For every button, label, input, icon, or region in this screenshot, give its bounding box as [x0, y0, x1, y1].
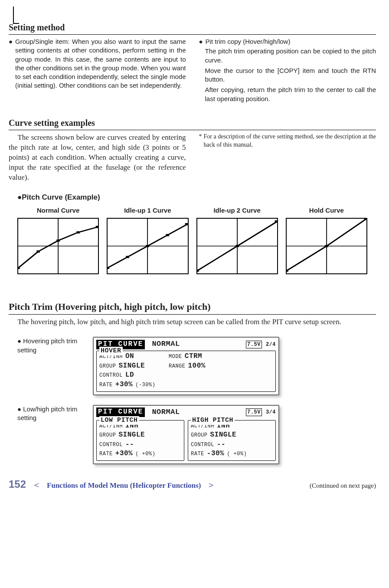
group-value: SINGLE	[119, 361, 145, 371]
curve-examples-heading: Curve setting examples	[9, 117, 376, 130]
pitch-trim-desc: The hovering pitch, low pitch, and high …	[9, 317, 376, 327]
svg-rect-13	[185, 223, 188, 225]
svg-rect-12	[166, 234, 169, 236]
pit-trim-copy-p2: Move the cursor to the [COPY] item and t…	[205, 66, 376, 84]
group-label: GROUP	[99, 363, 116, 370]
rate-value: +30%	[115, 380, 133, 390]
svg-rect-23	[364, 219, 366, 220]
rate-paren: (-30%)	[135, 381, 155, 388]
curve-label-normal: Normal Curve	[17, 206, 99, 215]
svg-rect-18	[275, 220, 277, 222]
bullet-icon: ●	[17, 337, 21, 345]
chart-idleup1-curve	[107, 218, 188, 274]
continued-note: (Continued on next page)	[310, 481, 376, 490]
lcd-condition: NORMAL	[152, 407, 180, 417]
control-label: CONTROL	[99, 372, 123, 379]
rate-value: +30%	[115, 449, 133, 459]
rate-label: RATE	[191, 450, 204, 457]
lcd-screenshot-hover: PIT CURVE NORMAL 7.5V 2/4 HOVER ACT/INHO…	[93, 337, 279, 395]
range-label: RANGE	[169, 363, 186, 370]
svg-rect-5	[77, 231, 80, 233]
asterisk-icon: *	[199, 133, 202, 183]
pitch-curve-example-title: ●Pitch Curve (Example)	[17, 193, 376, 203]
bullet-icon: ●	[9, 37, 13, 90]
angle-left-icon: ＜	[32, 479, 41, 491]
svg-rect-11	[146, 245, 149, 247]
svg-rect-16	[197, 269, 199, 272]
curve-examples-intro: The screens shown below are curves creat…	[9, 133, 186, 183]
control-value: --	[125, 440, 134, 450]
svg-rect-10	[126, 256, 129, 258]
svg-rect-9	[108, 267, 109, 269]
page-corner-tab	[13, 7, 19, 24]
control-value: LD	[125, 371, 134, 380]
hovering-pitch-label: Hovering pitch trim setting	[17, 337, 77, 353]
lcd-legend-hover: HOVER	[99, 347, 123, 355]
rate-value: -30%	[207, 449, 224, 459]
mode-label: MODE	[169, 353, 182, 360]
battery-icon: 7.5V	[246, 341, 262, 348]
control-value: --	[217, 440, 226, 450]
group-label: GROUP	[191, 432, 208, 439]
lcd-condition: NORMAL	[152, 339, 180, 349]
footer-title: Functions of Model Menu (Helicopter Func…	[47, 481, 201, 491]
page-number: 152	[9, 477, 26, 491]
curve-label-idleup2: Idle-up 2 Curve	[196, 206, 278, 215]
group-value: SINGLE	[210, 430, 237, 440]
range-value: 100%	[188, 361, 206, 371]
setting-method-heading: Setting method	[9, 22, 376, 35]
svg-rect-21	[287, 269, 288, 272]
rate-label: RATE	[99, 450, 113, 457]
curve-examples-note: For a description of the curve setting m…	[204, 133, 376, 183]
lcd-legend-low: LOW PITCH	[99, 416, 139, 425]
svg-rect-6	[96, 226, 98, 228]
lcd-legend-high: HIGH PITCH	[191, 416, 235, 425]
pit-trim-copy-p3: After copying, return the pitch trim to …	[205, 85, 376, 103]
lowhigh-pitch-label: Low/high pitch trim setting	[17, 405, 77, 421]
chart-normal-curve	[17, 218, 99, 274]
svg-rect-3	[36, 250, 39, 253]
curve-label-idleup1: Idle-up 1 Curve	[107, 206, 188, 215]
rate-label: RATE	[99, 381, 113, 388]
mode-value: CTRM	[185, 352, 202, 361]
svg-rect-17	[235, 245, 239, 247]
angle-right-icon: ＞	[207, 479, 216, 491]
rate-paren: ( +0%)	[227, 450, 247, 457]
lcd-page: 2/4	[266, 341, 276, 348]
chart-hold-curve	[286, 218, 367, 274]
pit-trim-copy-title: Pit trim copy (Hover/high/low)	[206, 37, 291, 46]
lcd-screenshot-lowhigh: PIT CURVE NORMAL 7.5V 3/4 LOW PITCH ACT/…	[93, 405, 279, 464]
act-value: ON	[125, 352, 134, 361]
rate-paren: ( +0%)	[135, 450, 155, 457]
chart-idleup2-curve	[196, 218, 278, 274]
pit-trim-copy-p1: The pitch trim operating position can be…	[205, 47, 376, 65]
lcd-page: 3/4	[266, 409, 276, 416]
group-value: SINGLE	[119, 430, 145, 440]
bullet-icon: ●	[199, 37, 203, 46]
control-label: CONTROL	[99, 441, 123, 448]
control-label: CONTROL	[191, 441, 214, 448]
svg-rect-22	[325, 245, 328, 247]
group-label: GROUP	[99, 432, 116, 439]
battery-icon: 7.5V	[246, 408, 262, 416]
svg-rect-4	[56, 240, 59, 242]
curve-label-hold: Hold Curve	[286, 206, 367, 215]
pitch-trim-heading: Pitch Trim (Hovering pitch, high pitch, …	[9, 300, 376, 315]
bullet-icon: ●	[17, 405, 21, 413]
group-single-description: Group/Single item: When you also want to…	[15, 37, 186, 90]
svg-rect-2	[18, 267, 20, 269]
pitch-curve-row: Normal Curve Idle-up 1 Curve Idle-up 2 C…	[9, 206, 376, 274]
